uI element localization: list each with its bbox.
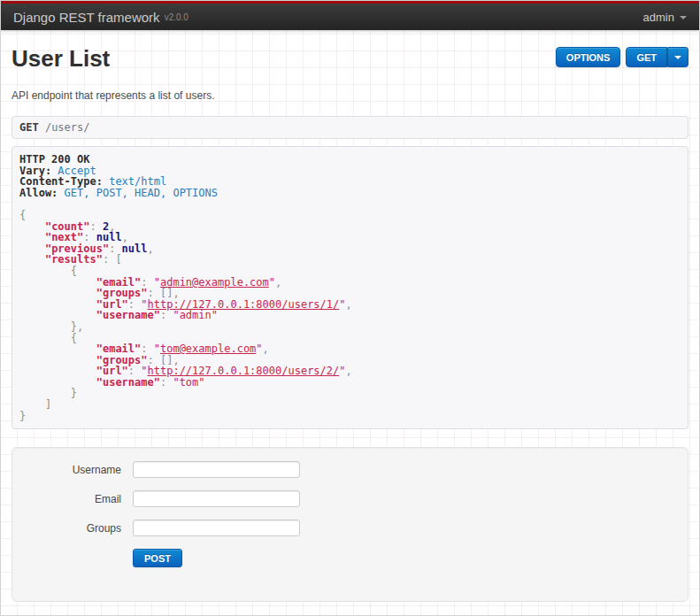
json-token: null: [122, 243, 148, 255]
json-token: GET, POST, HEAD, OPTIONS: [65, 187, 218, 199]
user-menu[interactable]: admin: [643, 11, 687, 24]
post-form: Username Email Groups POST: [12, 447, 688, 602]
request-path: /users/: [45, 121, 90, 134]
options-button[interactable]: OPTIONS: [556, 47, 621, 67]
action-buttons: OPTIONS GET: [556, 47, 688, 67]
response-panel: HTTP 200 OK Vary: Accept Content-Type: t…: [12, 146, 688, 429]
header-row: User List OPTIONS GET: [12, 45, 688, 72]
form-actions: POST: [133, 549, 688, 567]
get-button-group: GET: [626, 47, 688, 67]
email-label: Email: [12, 493, 121, 505]
request-method: GET: [19, 121, 39, 134]
json-token: :: [160, 376, 173, 389]
json-token: ": [256, 343, 262, 355]
json-token: ,: [346, 365, 352, 377]
navbar: Django REST framework v2.0.0 admin: [1, 1, 699, 30]
get-dropdown-toggle[interactable]: [667, 47, 688, 67]
version-label: v2.0.0: [165, 12, 188, 22]
page: { "navbar": { "brand": "Django REST fram…: [0, 0, 700, 616]
user-menu-label: admin: [643, 11, 674, 24]
post-button[interactable]: POST: [133, 549, 182, 567]
json-token: : [: [103, 253, 122, 266]
groups-label: Groups: [12, 522, 121, 535]
get-button[interactable]: GET: [626, 47, 667, 67]
form-row-groups: Groups: [12, 520, 688, 536]
json-token: :: [160, 309, 173, 321]
request-panel: GET /users/: [12, 116, 688, 139]
json-token: ,: [148, 243, 154, 255]
json-token: "username": [96, 309, 160, 321]
content: User List OPTIONS GET API endpoint that …: [1, 45, 699, 602]
form-row-email: Email: [12, 490, 688, 507]
chevron-down-icon: [680, 16, 687, 19]
page-title: User List: [12, 45, 110, 72]
json-token: "tom": [173, 376, 204, 389]
form-row-username: Username: [12, 461, 688, 478]
response-body: HTTP 200 OK Vary: Accept Content-Type: t…: [19, 154, 681, 421]
json-token: ": [339, 298, 345, 311]
json-token: ,: [346, 298, 352, 311]
json-token: ,: [263, 343, 269, 355]
email-input[interactable]: [133, 490, 300, 507]
json-token: ": [339, 365, 345, 377]
json-token: "admin": [173, 309, 218, 321]
chevron-down-icon: [674, 56, 681, 59]
json-token: ,: [275, 276, 281, 289]
page-description: API endpoint that represents a list of u…: [12, 89, 688, 102]
json-token: ": [269, 276, 275, 289]
username-input[interactable]: [133, 461, 300, 478]
json-token: "username": [96, 376, 160, 389]
json-token: }: [19, 410, 26, 422]
json-token: [58, 187, 64, 199]
groups-input[interactable]: [133, 520, 300, 536]
brand: Django REST framework: [13, 10, 160, 25]
json-token: Allow:: [19, 187, 58, 199]
username-label: Username: [12, 464, 121, 476]
